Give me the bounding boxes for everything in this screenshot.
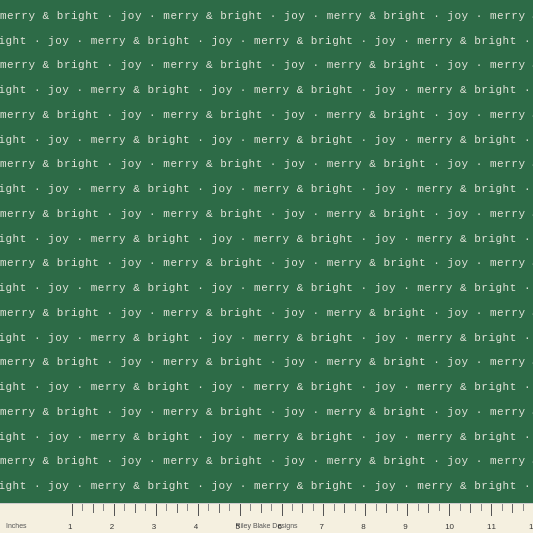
text-row: & bright · joy · merry & bright · joy · … <box>0 183 533 196</box>
ruler-ticks: 123456789101112 <box>30 504 533 533</box>
ruler-inch-label: 5 <box>236 522 240 531</box>
ruler-inch-label: 9 <box>403 522 407 531</box>
ruler-inch-label: 6 <box>278 522 282 531</box>
text-row: merry & bright · joy · merry & bright · … <box>0 109 533 122</box>
ruler-inch-label: 8 <box>361 522 365 531</box>
ruler-inch-label: 10 <box>445 522 454 531</box>
text-pattern-area: merry & bright · joy · merry & bright · … <box>0 0 533 503</box>
text-row: merry & bright · joy · merry & bright · … <box>0 158 533 171</box>
text-row: merry & bright · joy · merry & bright · … <box>0 356 533 369</box>
text-row: merry & bright · joy · merry & bright · … <box>0 10 533 23</box>
text-row: merry & bright · joy · merry & bright · … <box>0 257 533 270</box>
text-row: merry & bright · joy · merry & bright · … <box>0 406 533 419</box>
text-row: & bright · joy · merry & bright · joy · … <box>0 431 533 444</box>
ruler-inch-label: 1 <box>68 522 72 531</box>
text-row: & bright · joy · merry & bright · joy · … <box>0 233 533 246</box>
ruler-inch-label: 3 <box>152 522 156 531</box>
text-row: & bright · joy · merry & bright · joy · … <box>0 35 533 48</box>
text-row: & bright · joy · merry & bright · joy · … <box>0 381 533 394</box>
ruler-inches-label: Inches <box>6 522 27 529</box>
text-row: merry & bright · joy · merry & bright · … <box>0 455 533 468</box>
ruler-bar: Inches Riley Blake Designs 1234567891011… <box>0 503 533 533</box>
text-row: & bright · joy · merry & bright · joy · … <box>0 332 533 345</box>
ruler-inch-label: 4 <box>194 522 198 531</box>
text-row: merry & bright · joy · merry & bright · … <box>0 59 533 72</box>
text-row: & bright · joy · merry & bright · joy · … <box>0 480 533 493</box>
text-row: & bright · joy · merry & bright · joy · … <box>0 84 533 97</box>
ruler-inch-label: 7 <box>319 522 323 531</box>
text-row: & bright · joy · merry & bright · joy · … <box>0 134 533 147</box>
fabric-preview: merry & bright · joy · merry & bright · … <box>0 0 533 533</box>
text-row: merry & bright · joy · merry & bright · … <box>0 307 533 320</box>
ruler-inch-label: 2 <box>110 522 114 531</box>
text-row: merry & bright · joy · merry & bright · … <box>0 208 533 221</box>
ruler-inch-label: 11 <box>487 522 496 531</box>
text-row: & bright · joy · merry & bright · joy · … <box>0 282 533 295</box>
ruler-inch-label: 12 <box>529 522 533 531</box>
